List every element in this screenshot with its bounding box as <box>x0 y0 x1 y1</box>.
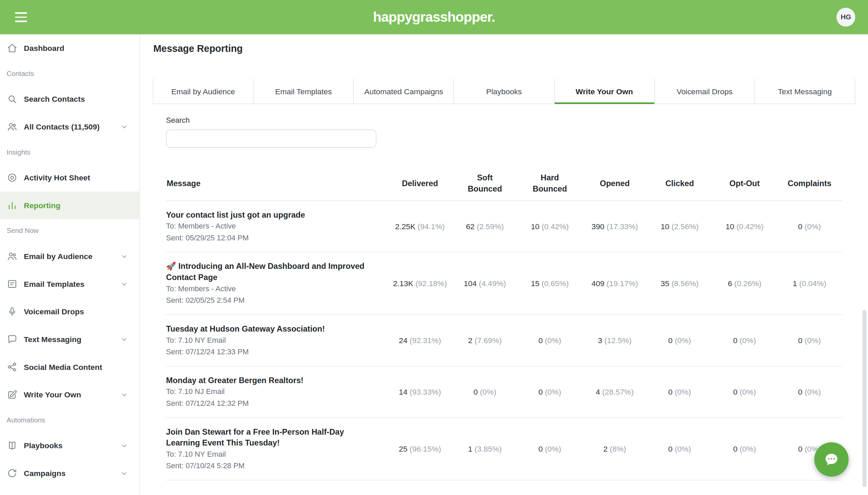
audience-icon <box>7 251 18 262</box>
sidebar-item-dashboard[interactable]: Dashboard <box>0 34 139 62</box>
stat-percent: (92.18%) <box>415 279 447 288</box>
stat-delivered: 24 (92.31%) <box>388 335 452 346</box>
stat-percent: (0%) <box>480 387 496 396</box>
search-label: Search <box>166 116 842 124</box>
message-to: To: Members - Active <box>166 284 372 295</box>
stat-soft-bounced: 1 (3.85%) <box>452 444 517 454</box>
avatar[interactable]: HG <box>836 8 855 27</box>
page-title: Message Reporting <box>153 43 855 54</box>
stat-soft-bounced: 104 (4.49%) <box>452 278 517 289</box>
sidebar-item-search-contacts[interactable]: Search Contacts <box>0 85 139 113</box>
message-title: Your contact list just got an upgrade <box>166 209 372 220</box>
stat-percent: (0.42%) <box>542 222 568 231</box>
sidebar-item-text-messaging[interactable]: Text Messaging <box>0 325 139 353</box>
sidebar-item-all-contacts-11-509[interactable]: All Contacts (11,509) <box>0 113 139 141</box>
stat-value: 0 <box>798 387 805 396</box>
stat-percent: (0%) <box>545 444 561 453</box>
sidebar-item-write-your-own[interactable]: Write Your Own <box>0 381 139 409</box>
tab-text-messaging[interactable]: Text Messaging <box>755 79 855 103</box>
app: happygrasshopper. HG DashboardContactsSe… <box>0 0 868 495</box>
stat-opt-out: 6 (0.26%) <box>712 278 777 289</box>
stat-percent: (0%) <box>675 444 691 453</box>
tab-voicemail-drops[interactable]: Voicemail Drops <box>655 79 755 103</box>
scrollbar[interactable] <box>863 310 866 487</box>
sidebar-item-social-media-content[interactable]: Social Media Content <box>0 353 139 381</box>
stat-opened: 2 (8%) <box>582 444 647 454</box>
stat-percent: (96.15%) <box>410 444 441 453</box>
stat-opt-out: 10 (0.42%) <box>712 221 777 232</box>
stat-percent: (0.65%) <box>542 279 568 288</box>
sidebar-item-label: Playbooks <box>24 441 62 450</box>
table-row[interactable]: Monday at Greater Bergen Realtors!To: 7.… <box>166 366 842 418</box>
search-input[interactable] <box>166 130 376 148</box>
stat-value: 0 <box>798 336 805 344</box>
sidebar-item-voicemail-drops[interactable]: Voicemail Drops <box>0 298 139 325</box>
stat-value: 104 <box>464 279 479 288</box>
stat-hard-bounced: 0 (0%) <box>517 444 582 454</box>
sidebar-item-campaigns[interactable]: Campaigns <box>0 459 139 487</box>
stat-clicked: 35 (8.56%) <box>647 278 712 289</box>
stat-value: 15 <box>531 279 542 288</box>
message-sent: Sent: 07/12/24 12:32 PM <box>166 398 372 409</box>
tab-email-by-audience[interactable]: Email by Audience <box>153 79 254 103</box>
sidebar-item-email-by-audience[interactable]: Email by Audience <box>0 242 139 270</box>
tab-email-templates[interactable]: Email Templates <box>254 79 354 103</box>
chevron-down-icon <box>120 335 128 343</box>
stat-value: 0 <box>733 387 739 396</box>
table-row[interactable]: Tuesday at Hudson Gateway Association!To… <box>166 315 842 366</box>
stat-percent: (0%) <box>545 387 561 396</box>
sidebar: DashboardContactsSearch ContactsAll Cont… <box>0 34 140 495</box>
stat-value: 0 <box>798 444 805 453</box>
stat-hard-bounced: 15 (0.65%) <box>517 278 582 289</box>
sidebar-item-email-templates[interactable]: Email Templates <box>0 270 139 298</box>
stat-percent: (8%) <box>610 444 626 453</box>
tab-bar: Email by AudienceEmail TemplatesAutomate… <box>153 79 855 104</box>
sidebar-item-activity-hot-sheet[interactable]: Activity Hot Sheet <box>0 164 139 191</box>
column-header-hard-bounced: Hard Bounced <box>528 172 572 194</box>
stat-percent: (0.04%) <box>799 279 826 288</box>
menu-icon <box>15 12 27 14</box>
app-logo: happygrasshopper. <box>373 9 495 25</box>
chat-launcher-button[interactable] <box>814 442 849 477</box>
stat-value: 6 <box>728 279 734 288</box>
sidebar-item-reporting[interactable]: Reporting <box>0 191 139 219</box>
target-icon <box>7 172 18 184</box>
message-sent: Sent: 07/12/24 12:33 PM <box>166 346 372 358</box>
message-title: Tuesday at Hudson Gateway Association! <box>166 323 372 334</box>
sidebar-item-label: Activity Hot Sheet <box>24 173 90 182</box>
tab-playbooks[interactable]: Playbooks <box>454 79 555 103</box>
stat-percent: (0%) <box>675 336 691 344</box>
column-header-complaints: Complaints <box>788 177 831 188</box>
stat-hard-bounced: 0 (0%) <box>517 387 582 397</box>
stat-value: 4 <box>596 387 602 396</box>
stat-percent: (0.42%) <box>736 222 764 231</box>
stat-percent: (12.5%) <box>605 336 632 344</box>
tab-write-your-own[interactable]: Write Your Own <box>555 79 655 103</box>
stat-value: 0 <box>668 336 675 344</box>
sidebar-item-playbooks[interactable]: Playbooks <box>0 432 139 459</box>
stat-value: 1 <box>793 279 799 288</box>
table-row[interactable]: Join Dan Stewart for a Free In-Person Ha… <box>166 418 842 480</box>
stat-opt-out: 0 (0%) <box>712 444 777 454</box>
stat-percent: (0%) <box>805 222 821 231</box>
stat-percent: (0%) <box>739 444 756 453</box>
sidebar-item-label: Campaigns <box>24 469 65 478</box>
stat-percent: (19.17%) <box>607 279 638 288</box>
chevron-down-icon <box>120 391 128 399</box>
stat-clicked: 0 (0%) <box>647 444 712 454</box>
message-cell: Join Dan Stewart for a Free In-Person Ha… <box>166 426 388 472</box>
chevron-down-icon <box>120 469 128 477</box>
stat-value: 0 <box>539 387 545 396</box>
sidebar-section-label-contacts: Contacts <box>0 62 139 85</box>
stat-value: 10 <box>726 222 736 231</box>
column-header-soft-bounced: Soft Bounced <box>463 172 507 194</box>
stat-percent: (3.85%) <box>475 444 502 453</box>
home-icon <box>7 43 18 54</box>
table-header-row: MessageDeliveredSoft BouncedHard Bounced… <box>166 166 842 201</box>
table-row[interactable]: Your contact list just got an upgradeTo:… <box>166 201 842 253</box>
menu-button[interactable] <box>13 10 30 24</box>
table-row[interactable]: 🚀 Introducing an All-New Dashboard and I… <box>166 252 842 314</box>
main-content: Message Reporting Email by AudienceEmail… <box>140 34 868 495</box>
share-icon <box>7 361 18 373</box>
tab-automated-campaigns[interactable]: Automated Campaigns <box>354 79 454 103</box>
